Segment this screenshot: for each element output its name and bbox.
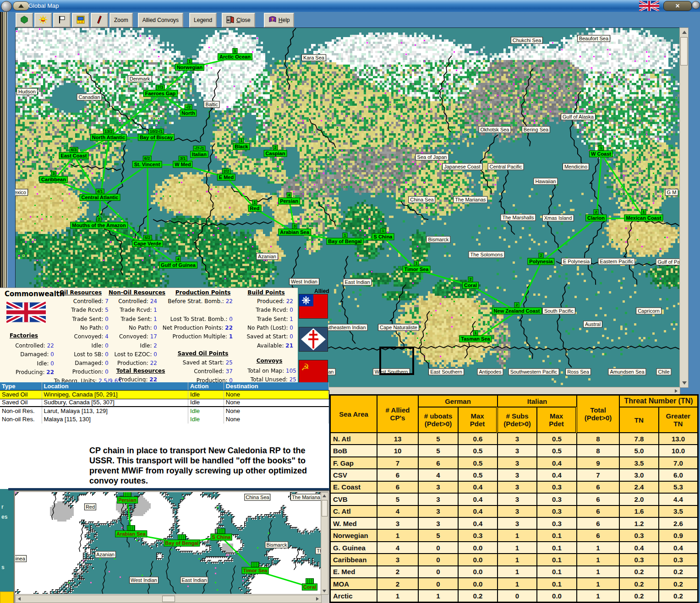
button-label: Legend bbox=[194, 17, 212, 23]
italian-subs-cell: 3 bbox=[498, 457, 537, 469]
table-row[interactable]: Saved OilSudbury, Canada [55, 307]IdleNo… bbox=[0, 399, 329, 407]
scroll-down-icon[interactable] bbox=[323, 590, 326, 592]
allied-flags-panel: Allied ☭ bbox=[298, 288, 328, 382]
china-flag[interactable] bbox=[299, 294, 328, 319]
zoom-button[interactable]: Zoom bbox=[109, 13, 133, 27]
total-pdet-cell: 7 bbox=[577, 469, 619, 481]
stat-line: Producing: 22 bbox=[0, 369, 54, 375]
commonwealth-production-panel: CommonwealthOil ResourcesControlled: 7Tr… bbox=[0, 288, 298, 383]
column-header[interactable]: Type bbox=[0, 382, 42, 391]
hex-icon bbox=[20, 16, 28, 25]
mini-map-window[interactable] bbox=[14, 490, 331, 603]
stat-label: Producing: bbox=[16, 369, 44, 375]
allied-convoys-button[interactable]: Allied Convoys bbox=[138, 13, 183, 27]
italian-maxpdet-cell: 0.5 bbox=[537, 433, 577, 445]
column-header: # Subs (Pdet>0) bbox=[498, 407, 537, 433]
allied-cps-cell: 13 bbox=[377, 433, 418, 445]
stat-label: No Path (Lost): bbox=[247, 325, 288, 331]
convoy-route-line bbox=[183, 165, 227, 178]
stat-label: Production: bbox=[72, 369, 104, 375]
italian-subs-cell: 1 bbox=[498, 542, 537, 554]
free-france-flag[interactable] bbox=[299, 327, 328, 352]
column-header[interactable]: Action bbox=[188, 382, 224, 391]
mini-hscroll-thumb[interactable] bbox=[162, 596, 175, 602]
window-gadget-icon[interactable] bbox=[1, 1, 12, 12]
column-header: Total (Pdet>0) bbox=[577, 395, 619, 433]
convoy-route-line bbox=[54, 180, 100, 198]
greater-tn-cell: 0.4 bbox=[659, 542, 698, 554]
triangle-icon bbox=[18, 4, 24, 8]
german-uboats-cell: 5 bbox=[418, 445, 458, 456]
convoy-route-line bbox=[100, 138, 109, 198]
mini-vscroll-thumb[interactable] bbox=[322, 500, 328, 516]
stat-line: Saved at Start: 25 bbox=[127, 359, 233, 366]
greater-tn-cell: 4.4 bbox=[659, 493, 698, 505]
column-header: # uboats (Pdet>0) bbox=[418, 407, 458, 433]
threat-table-row: CVB530.430.362.04.4 bbox=[330, 493, 698, 505]
destination-cell: None bbox=[224, 391, 329, 399]
tn-cell: 1.6 bbox=[619, 505, 659, 517]
ussr-flag[interactable]: ☭ bbox=[299, 360, 328, 385]
scroll-up-icon[interactable] bbox=[323, 494, 326, 497]
sea-area-cell: CVB bbox=[330, 493, 377, 505]
close-button[interactable]: Close bbox=[222, 13, 255, 27]
german-maxpdet-cell: 0.3 bbox=[458, 529, 498, 541]
stat-label: Trade Rcvd: bbox=[256, 307, 288, 313]
title-bar[interactable]: Global Map ✕ bbox=[0, 0, 700, 12]
stat-value: 2 bbox=[153, 342, 157, 349]
legend-button[interactable]: Legend bbox=[189, 13, 217, 27]
german-uboats-cell: 3 bbox=[418, 517, 458, 529]
scroll-right-icon[interactable] bbox=[675, 389, 678, 393]
stat-label: Trade Sent: bbox=[257, 316, 288, 322]
scroll-up-icon[interactable] bbox=[682, 31, 687, 34]
table-row[interactable]: Saved OilWinnipeg, Canada [50, 291]IdleN… bbox=[0, 391, 329, 399]
italian-maxpdet-cell: 0.3 bbox=[537, 493, 577, 505]
vscroll-thumb[interactable] bbox=[680, 37, 688, 65]
mini-map-vscrollbar[interactable] bbox=[321, 492, 328, 595]
sea-area-cell: N. Atl bbox=[330, 433, 377, 445]
greater-tn-cell: 13.0 bbox=[659, 433, 698, 445]
section-header: Factories bbox=[10, 332, 38, 339]
allied-cps-cell: 4 bbox=[377, 505, 418, 517]
allied-cps-cell: 3 bbox=[377, 517, 418, 529]
window-gadget-icon[interactable] bbox=[692, 1, 700, 9]
sun-button[interactable] bbox=[34, 13, 52, 27]
mini-map-hscrollbar[interactable] bbox=[15, 595, 322, 603]
table-row[interactable]: Non-oil Res.Larut, Malaya [113, 129]Idle… bbox=[0, 407, 329, 415]
stat-line: Trade Sent: 1 bbox=[188, 316, 293, 322]
sea-area-cell: G. Guinea bbox=[330, 542, 377, 554]
hex-button[interactable] bbox=[16, 13, 33, 27]
german-uboats-cell: 3 bbox=[418, 505, 458, 517]
global-map-window: Global Map ✕ 1-4ZoomAllied ConvoysLegend… bbox=[0, 0, 700, 603]
greater-tn-cell: 3.5 bbox=[659, 505, 698, 517]
convoy-route-line bbox=[295, 233, 345, 242]
scroll-right-icon[interactable] bbox=[316, 597, 319, 601]
column-header[interactable]: Location bbox=[42, 382, 189, 391]
svg-text:?: ? bbox=[271, 17, 273, 22]
section-header: Oil Resources bbox=[60, 289, 102, 296]
resource-list-table: TypeLocationActionDestinationSaved OilWi… bbox=[0, 382, 329, 424]
help-button[interactable]: ?Help bbox=[264, 13, 295, 27]
convoy-route-line bbox=[148, 165, 148, 244]
thermometer-button[interactable] bbox=[91, 13, 108, 27]
german-maxpdet-cell: 0.5 bbox=[458, 457, 498, 469]
calendar-button[interactable]: 1-4 bbox=[72, 13, 89, 27]
greater-tn-cell: 0.2 bbox=[659, 590, 698, 602]
scroll-left-icon[interactable] bbox=[18, 597, 21, 601]
table-row[interactable]: Non-oil Res.Malaya [115, 130]IdleNone bbox=[0, 415, 329, 424]
map-vertical-scrollbar[interactable] bbox=[679, 27, 689, 388]
mini-map-canvas[interactable] bbox=[15, 492, 321, 594]
german-maxpdet-cell: 0.4 bbox=[458, 517, 498, 529]
thermometer-icon bbox=[96, 16, 103, 25]
total-pdet-cell: 1 bbox=[577, 542, 619, 554]
convoy-route-line bbox=[255, 209, 295, 233]
system-menu-button[interactable] bbox=[13, 1, 29, 11]
background-yellow-block bbox=[0, 592, 14, 603]
sea-area-cell: Caribbean bbox=[330, 554, 377, 565]
close-window-button[interactable]: ✕ bbox=[663, 1, 692, 11]
scroll-down-icon[interactable] bbox=[682, 381, 687, 385]
stat-label: Saved at Start: bbox=[183, 359, 224, 366]
italian-maxpdet-cell: 0.1 bbox=[537, 542, 577, 554]
column-header[interactable]: Destination bbox=[224, 382, 329, 391]
flag-button[interactable] bbox=[53, 13, 71, 27]
